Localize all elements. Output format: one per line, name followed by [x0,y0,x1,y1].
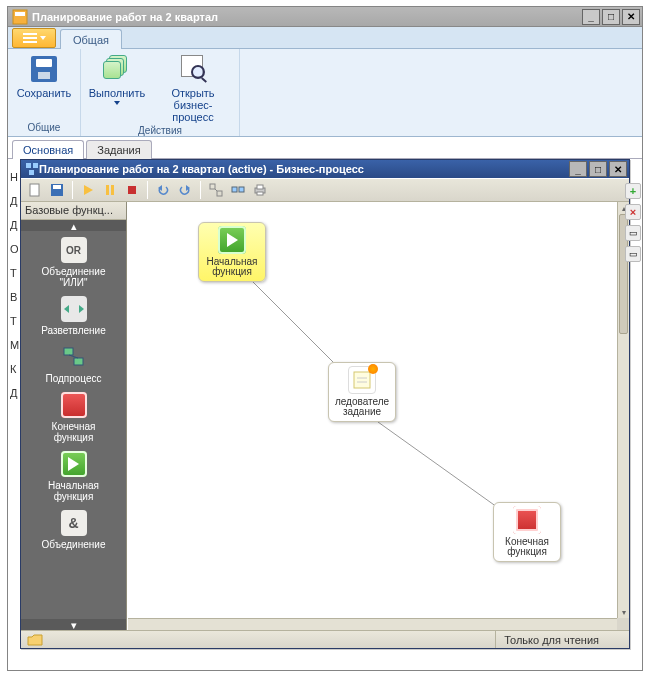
save-button[interactable]: Сохранить [14,51,74,99]
minimize-button[interactable]: _ [582,9,600,25]
palette: Базовые функц... ▴ OR Объединение"ИЛИ" Р… [21,202,127,630]
svg-rect-14 [210,184,215,189]
content-area: НДДОТВТМКД + × ▭ ▭ Планирование работ на… [8,159,642,668]
svg-marker-22 [64,305,69,313]
canvas-wrap: Начальнаяфункция ледователезадание Конеч… [127,202,629,630]
svg-rect-15 [217,191,222,196]
tab-tasks[interactable]: Задания [86,140,151,159]
palette-header[interactable]: Базовые функц... [21,202,126,220]
outer-title-text: Планирование работ на 2 квартал [32,11,218,23]
palette-item-subprocess[interactable]: Подпроцесс [21,338,126,386]
inner-title-bar: Планирование работ на 2 квартал (active)… [21,160,629,178]
inner-maximize-button[interactable]: □ [589,161,607,177]
svg-rect-7 [53,185,61,189]
ribbon-group-actions: Выполнить Открытьбизнес-процесс Действия [81,49,240,136]
svg-rect-5 [30,184,39,196]
play-icon [218,226,246,254]
outer-window: Планирование работ на 2 квартал _ □ ✕ Об… [7,6,643,671]
branch-icon [61,296,87,322]
node-task[interactable]: ледователезадание [328,362,396,422]
svg-line-16 [215,189,217,191]
svg-marker-23 [79,305,84,313]
ribbon-group-common: Сохранить Общие [8,49,81,136]
svg-rect-29 [354,372,370,388]
node-end[interactable]: Конечнаяфункция [493,502,561,562]
palette-scroll-up[interactable]: ▴ [21,220,126,231]
inner-minimize-button[interactable]: _ [569,161,587,177]
svg-rect-25 [74,358,83,365]
ribbon-tab-general[interactable]: Общая [60,29,122,49]
folder-icon [27,634,43,646]
svg-rect-2 [26,163,31,168]
end-icon [61,392,87,418]
tb-tool-1[interactable] [206,180,226,200]
tb-save[interactable] [47,180,67,200]
run-button[interactable]: Выполнить [87,51,147,105]
tb-new[interactable] [25,180,45,200]
svg-marker-8 [84,185,93,195]
dropdown-icon [40,36,46,40]
palette-item-start[interactable]: Начальнаяфункция [21,445,126,504]
ribbon: Сохранить Общие Выполнить Открытьбизнес-… [8,49,642,137]
tb-play[interactable] [78,180,98,200]
or-icon: OR [61,237,87,263]
inner-status-bar: Только для чтения [21,630,629,648]
menu-icon [23,33,37,43]
svg-rect-21 [257,192,263,195]
svg-rect-11 [128,186,136,194]
svg-rect-18 [239,187,244,192]
svg-rect-10 [111,185,114,195]
file-menu-button[interactable] [12,28,56,48]
bp-icon [25,162,39,176]
node-start[interactable]: Начальнаяфункция [198,222,266,282]
svg-rect-17 [232,187,237,192]
vertical-scrollbar[interactable]: ▴ ▾ [617,202,629,618]
palette-item-branch[interactable]: Разветвление [21,290,126,338]
open-bp-button[interactable]: Открытьбизнес-процесс [153,51,233,123]
tool-button-1[interactable]: ▭ [625,225,641,241]
outer-title-bar: Планирование работ на 2 квартал _ □ ✕ [8,7,642,27]
and-icon: & [61,510,87,536]
stop-icon [513,506,541,534]
start-icon [61,451,87,477]
svg-rect-24 [64,348,73,355]
run-label: Выполнить [89,87,145,99]
palette-item-and[interactable]: & Объединение [21,504,126,552]
subprocess-icon [61,344,87,370]
save-icon [31,56,57,82]
tab-main[interactable]: Основная [12,140,84,159]
horizontal-scrollbar[interactable] [128,618,617,630]
tb-tool-2[interactable] [228,180,248,200]
close-button[interactable]: ✕ [622,9,640,25]
tb-print[interactable] [250,180,270,200]
diagram-canvas[interactable]: Начальнаяфункция ледователезадание Конеч… [128,202,617,618]
tool-button-2[interactable]: ▭ [625,246,641,262]
delete-button[interactable]: × [625,204,641,220]
search-icon [179,55,207,83]
tb-redo[interactable] [175,180,195,200]
right-side-toolbar: + × ▭ ▭ [625,183,643,262]
svg-rect-1 [15,12,25,16]
tb-stop[interactable] [122,180,142,200]
palette-item-end[interactable]: Конечнаяфункция [21,386,126,445]
ribbon-tab-strip: Общая [8,27,642,49]
svg-rect-9 [106,185,109,195]
designer-window: Планирование работ на 2 квартал (active)… [20,159,630,649]
background-form-labels: НДДОТВТМКД [10,165,19,405]
inner-close-button[interactable]: ✕ [609,161,627,177]
add-button[interactable]: + [625,183,641,199]
svg-rect-4 [29,170,34,175]
readonly-label: Только для чтения [495,631,629,648]
palette-item-or[interactable]: OR Объединение"ИЛИ" [21,231,126,290]
svg-rect-20 [257,185,263,189]
tb-undo[interactable] [153,180,173,200]
palette-scroll-down[interactable]: ▾ [21,619,126,630]
sub-tab-strip: Основная Задания [8,137,642,159]
tb-pause[interactable] [100,180,120,200]
ribbon-group-label: Действия [87,123,233,139]
designer-toolbar [21,178,629,202]
app-icon [12,9,28,25]
run-icon [103,55,131,83]
save-label: Сохранить [17,87,72,99]
maximize-button[interactable]: □ [602,9,620,25]
